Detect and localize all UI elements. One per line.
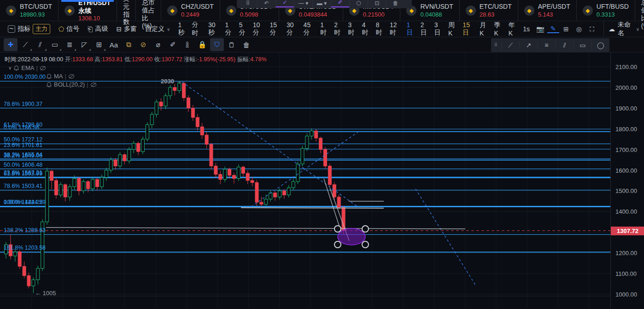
eye-hidden-icon[interactable] bbox=[90, 82, 97, 87]
timeframe-15分[interactable]: 15分 bbox=[267, 20, 284, 38]
timeframe-2时[interactable]: 2时 bbox=[331, 20, 345, 38]
timeframe-分时[interactable]: 分时 bbox=[189, 19, 205, 39]
gold-ruler-tool[interactable]: ⧉ bbox=[122, 38, 135, 51]
timeframe-1日[interactable]: 1日 bbox=[404, 20, 418, 38]
drawing-handle[interactable] bbox=[362, 226, 369, 232]
object-list-tool[interactable]: 🗒 bbox=[225, 38, 239, 51]
chevron-down-icon: ∨ bbox=[8, 65, 12, 70]
gold-compass-tool[interactable]: ⊘ bbox=[136, 38, 150, 51]
advanced-button[interactable]: ⎗ 高级 bbox=[84, 23, 111, 35]
timeframe-45分[interactable]: 45分 bbox=[301, 20, 318, 38]
drawing-handle[interactable] bbox=[334, 226, 341, 232]
ticker-tab--[interactable]: 美元指数 bbox=[117, 0, 135, 21]
undo-icon[interactable]: ↶ bbox=[257, 0, 275, 7]
trend-line-tool[interactable]: ⟋ bbox=[18, 38, 32, 51]
indicator-row-ema[interactable]: ∨ EMA| bbox=[8, 64, 46, 71]
crosshair-tool[interactable]: ✚ bbox=[4, 38, 18, 51]
timeframe-1s[interactable]: 1s bbox=[520, 24, 533, 34]
timeframe-月K[interactable]: 月K bbox=[477, 20, 491, 38]
bar-pattern-tool[interactable]: ꅈ bbox=[181, 38, 194, 51]
timeframe-1分[interactable]: 1分 bbox=[222, 20, 236, 38]
eye-hidden-icon[interactable] bbox=[68, 74, 75, 79]
ticker-tab-ape-usdt[interactable]: ◆APE/USDT5.143 bbox=[518, 0, 576, 21]
price-axis[interactable]: 2100.002000.001900.001800.001700.001600.… bbox=[610, 52, 644, 309]
line-style-select[interactable]: — ▾ bbox=[294, 0, 312, 7]
parallel-channel-tool[interactable]: ⫽ bbox=[33, 38, 47, 51]
bookmark-tool[interactable]: ⛉ bbox=[210, 38, 224, 51]
timeframe-季K[interactable]: 季K bbox=[491, 20, 505, 38]
ticker-tab-eth-[interactable]: ETH 总市值占 比 (%) bbox=[635, 0, 644, 21]
fib-retracement-tool[interactable]: ≣ bbox=[63, 38, 76, 51]
collapse-icon[interactable]: ⛶ bbox=[586, 25, 598, 33]
timeframe-15日[interactable]: 15日 bbox=[460, 20, 477, 38]
timeframe-3日[interactable]: 3日 bbox=[432, 20, 445, 38]
drawing-handle[interactable] bbox=[362, 241, 369, 248]
timeframe-1时[interactable]: 1时 bbox=[317, 20, 331, 38]
ticker-tab-btc-usdt[interactable]: ◆BTC/USDT18980.93 bbox=[0, 0, 58, 21]
coin-icon: ◆ bbox=[524, 6, 534, 16]
last-price-badge: 1307.72 bbox=[611, 227, 644, 235]
zhuli-badge[interactable]: 主力 bbox=[33, 24, 50, 34]
drag-handle-icon[interactable]: ⠿ bbox=[491, 43, 501, 47]
timeframe-30分[interactable]: 30分 bbox=[284, 20, 301, 38]
alert-bell-icon[interactable] bbox=[46, 73, 52, 79]
ticker-tab-chz-usdt[interactable]: ◆CHZ/USDT0.2449 bbox=[161, 0, 220, 21]
indicator-row-boll[interactable]: BOLL(20,2)| bbox=[46, 81, 97, 88]
timeframe-3时[interactable]: 3时 bbox=[345, 20, 359, 38]
add-pane-icon[interactable]: ⊞ bbox=[560, 25, 572, 33]
text-tool[interactable]: Aa bbox=[107, 38, 121, 51]
ticker-tab-etc-usdt[interactable]: ◆ETC/USDT28.63 bbox=[459, 0, 518, 21]
remove-drawings-tool[interactable]: 🗑 bbox=[240, 38, 253, 51]
candle-body bbox=[260, 202, 263, 204]
timeframe-周K[interactable]: 周K bbox=[445, 20, 460, 38]
rectangle-tool[interactable]: ▭ bbox=[48, 38, 62, 51]
line-width-select[interactable]: ▬ ▾ bbox=[312, 0, 331, 7]
timeframe-8时[interactable]: 8时 bbox=[373, 20, 387, 38]
candle-body bbox=[68, 187, 71, 197]
magic-line-icon[interactable]: ✐ bbox=[331, 0, 349, 7]
signature-pencil-tool[interactable]: ✐ bbox=[166, 38, 180, 51]
trash-icon[interactable]: 🗑 bbox=[386, 0, 404, 7]
indicator-row-ma[interactable]: MA| bbox=[46, 73, 75, 80]
xabcd-pattern-tool[interactable]: ◸ bbox=[77, 38, 91, 51]
timeframe-1秒[interactable]: 1秒 bbox=[175, 20, 189, 38]
horizontal-lines-icon[interactable]: ≡ bbox=[537, 41, 555, 49]
rect-icon[interactable]: ▭ bbox=[574, 41, 591, 49]
arrow-line-icon[interactable]: ↗ bbox=[519, 41, 537, 49]
signal-button[interactable]: ⬠ 信号 bbox=[55, 23, 82, 35]
timeframe-12时[interactable]: 12时 bbox=[387, 20, 404, 38]
trendline-icon[interactable]: ⟋ bbox=[501, 41, 519, 49]
ellipse-icon[interactable]: ◯ bbox=[591, 41, 609, 49]
timeframe-2日[interactable]: 2日 bbox=[418, 20, 432, 38]
timeframe-4时[interactable]: 4时 bbox=[359, 20, 373, 38]
draw-pencil-icon[interactable]: ✎ bbox=[547, 25, 559, 33]
measure-tool[interactable]: ⌀ bbox=[151, 38, 165, 51]
ticker-tab-eth-usdt-[interactable]: ◆ETH/USDT永续1308.10 bbox=[58, 0, 117, 21]
drawing-handle[interactable] bbox=[334, 241, 341, 248]
candlestick-chart[interactable] bbox=[0, 52, 610, 309]
candle-body bbox=[233, 175, 236, 179]
alert-bell-icon[interactable] bbox=[13, 65, 19, 71]
timeframe-30秒[interactable]: 30秒 bbox=[205, 20, 222, 38]
timeframe-年K[interactable]: 年K bbox=[506, 20, 520, 38]
indicator-button[interactable]: 〜 指标 主力 bbox=[5, 23, 53, 35]
candle-body bbox=[210, 144, 213, 166]
camera-icon[interactable]: 📷 bbox=[534, 25, 546, 33]
chart-area[interactable]: 时间:2022-09-19 08:00 开:1333.68 高:1353.81 … bbox=[0, 52, 644, 309]
alert-bell-icon[interactable] bbox=[46, 82, 52, 87]
draw-mode-icon[interactable]: ✓ bbox=[275, 0, 294, 7]
dashed-trend-line bbox=[251, 132, 358, 207]
template-icon[interactable]: ⊡ bbox=[368, 0, 386, 7]
eye-hidden-icon[interactable] bbox=[40, 65, 46, 71]
timeframe-5分[interactable]: 5分 bbox=[236, 20, 250, 38]
layout-save-group[interactable]: ☁ 未命名 ∨ bbox=[603, 21, 639, 37]
shield-settings-icon[interactable]: ⬡ bbox=[349, 0, 368, 7]
channel-icon[interactable]: ⫽ bbox=[556, 41, 574, 49]
drag-handle-icon[interactable]: ⠿ bbox=[239, 0, 257, 7]
lock-tool[interactable]: 🔒 bbox=[195, 38, 209, 51]
ticker-tab-btc-[interactable]: BTC 总市值占 比 (%) bbox=[135, 0, 161, 21]
ticker-tab-uft-busd[interactable]: ◆UFT/BUSD0.3313 bbox=[576, 0, 635, 21]
long-position-tool[interactable]: ⊞ bbox=[92, 38, 106, 51]
settings-icon[interactable]: ◎ bbox=[573, 25, 585, 33]
timeframe-10分[interactable]: 10分 bbox=[250, 20, 267, 38]
